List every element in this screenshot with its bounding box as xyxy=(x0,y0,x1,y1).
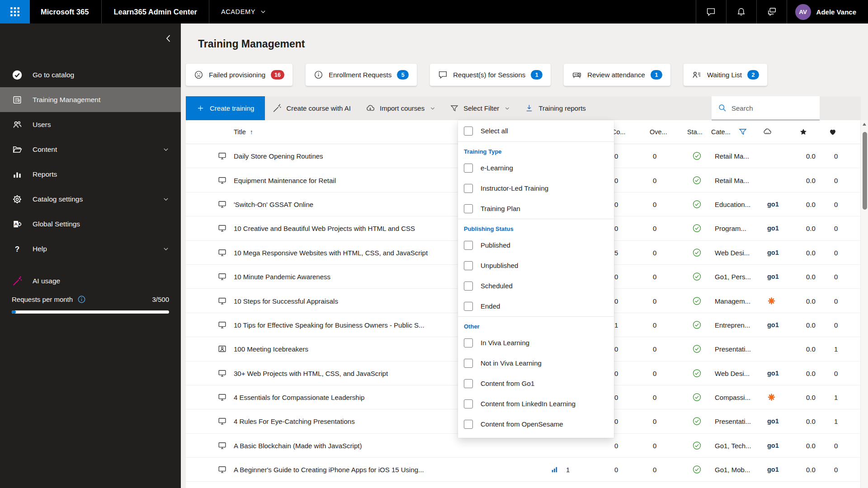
sidebar-item-global-settings[interactable]: A Global Settings xyxy=(0,211,181,236)
filter-option-not-in-viva-learning[interactable]: Not in Viva Learning xyxy=(458,353,614,373)
training-title[interactable]: 4 Essentials for Compassionate Leadershi… xyxy=(234,394,364,401)
filter-option-ended[interactable]: Ended xyxy=(458,296,614,316)
filter-option-published[interactable]: Published xyxy=(458,235,614,255)
training-title[interactable]: 30+ Web Projects with HTML, CSS, and Jav… xyxy=(234,369,388,377)
column-overdue[interactable]: Ove... xyxy=(650,128,667,136)
import-courses-button[interactable]: Import courses xyxy=(358,96,443,120)
filter-option-scheduled[interactable]: Scheduled xyxy=(458,276,614,296)
training-title[interactable]: 10 Steps for Successful Appraisals xyxy=(234,297,338,305)
checkbox[interactable] xyxy=(464,204,473,213)
likes-cell: 0 xyxy=(834,297,838,305)
sidebar-item-go-to-catalog[interactable]: Go to catalog xyxy=(0,62,181,87)
create-training-button[interactable]: Create training xyxy=(186,96,265,120)
sort-ascending-icon: ↑ xyxy=(250,128,253,136)
sidebar-item-content[interactable]: Content xyxy=(0,137,181,162)
checkbox[interactable] xyxy=(464,420,473,429)
svg-text:?: ? xyxy=(15,244,19,253)
sidebar-item-users[interactable]: Users xyxy=(0,112,181,137)
provider-logo: go1 xyxy=(767,225,779,232)
sidebar-item-help[interactable]: ? Help xyxy=(0,236,181,261)
training-reports-button[interactable]: Training reports xyxy=(517,96,593,120)
rating-cell: 0.0 xyxy=(806,297,816,305)
filter-dropdown-panel: Select all Training Type e-Learning Inst… xyxy=(458,120,614,438)
filter-option-select-all[interactable]: Select all xyxy=(458,120,614,141)
scrollbar-thumb[interactable] xyxy=(863,132,867,210)
training-title[interactable]: A Beginner's Guide to Creating iPhone Ap… xyxy=(234,466,424,474)
vertical-scrollbar[interactable] xyxy=(860,120,868,488)
column-status[interactable]: Sta... xyxy=(687,128,703,136)
provider-spark-icon xyxy=(767,296,776,305)
filter-option-content-from-go1[interactable]: Content from Go1 xyxy=(458,373,614,394)
training-title[interactable]: 10 Mega Responsive Websites with HTML, C… xyxy=(234,249,428,256)
app-launcher-button[interactable] xyxy=(0,0,30,23)
training-title[interactable]: 100 Meeting Icebreakers xyxy=(234,345,308,353)
notifications-button[interactable] xyxy=(726,0,756,23)
training-title[interactable]: Equipment Maintenance for Retail xyxy=(234,176,336,184)
filter-section: Publishing Status Published Unpublished … xyxy=(458,219,614,317)
training-title[interactable]: 10 Minute Pandemic Awareness xyxy=(234,273,330,281)
checkbox[interactable] xyxy=(464,261,473,270)
tenant-selector[interactable]: ACADEMY xyxy=(209,8,278,15)
filter-option-label: Training Plan xyxy=(481,205,520,212)
completed-cell: 0 xyxy=(614,297,618,305)
sidebar-item-training-management[interactable]: Training Management xyxy=(0,87,181,112)
training-title[interactable]: 10 Creative and Beautiful Web Projects w… xyxy=(234,225,415,232)
training-title[interactable]: 4 Rules For Eye-Catching Presentations xyxy=(234,418,355,425)
scroll-up-button[interactable] xyxy=(861,120,868,128)
checkbox[interactable] xyxy=(464,338,473,347)
filter-option-unpublished[interactable]: Unpublished xyxy=(458,255,614,276)
checkbox[interactable] xyxy=(464,127,473,136)
elearning-monitor-icon xyxy=(217,465,227,474)
overdue-cell: 0 xyxy=(653,200,656,208)
checkbox[interactable] xyxy=(464,379,473,388)
info-icon[interactable] xyxy=(77,295,86,304)
checkbox[interactable] xyxy=(464,399,473,408)
table-row[interactable]: A Beginner's Guide to Creating iPhone Ap… xyxy=(186,458,861,482)
training-title[interactable]: 'Switch-On' GSSAT Online xyxy=(234,200,313,208)
create-course-ai-button[interactable]: Create course with AI xyxy=(265,96,358,120)
microsoft-365-link[interactable]: Microsoft 365 xyxy=(30,8,101,16)
overdue-cell: 0 xyxy=(653,249,656,256)
feedback-button[interactable] xyxy=(757,0,787,23)
card-failed-provisioning[interactable]: Failed provisioning 16 xyxy=(186,64,292,86)
account-menu[interactable]: AV Adele Vance xyxy=(787,4,868,20)
filter-option-e-learning[interactable]: e-Learning xyxy=(458,158,614,178)
filter-funnel-icon xyxy=(450,104,459,113)
training-title[interactable]: A Basic Blockchain (Made with JavaScript… xyxy=(234,441,362,449)
checkbox[interactable] xyxy=(464,184,473,193)
checkbox[interactable] xyxy=(464,302,473,311)
sidebar-collapse-button[interactable] xyxy=(162,32,175,45)
filter-option-training-plan[interactable]: Training Plan xyxy=(458,198,614,219)
column-category[interactable]: Cate... xyxy=(711,128,731,136)
column-provider-cloud-icon[interactable] xyxy=(762,127,772,137)
chat-button[interactable] xyxy=(696,0,726,23)
column-rating-star-icon[interactable] xyxy=(799,128,807,136)
filter-option-content-from-linkedin-learning[interactable]: Content from LinkedIn Learning xyxy=(458,394,614,414)
checkbox[interactable] xyxy=(464,359,473,368)
card-review-attendance[interactable]: Review attendance 1 xyxy=(564,64,670,86)
overdue-cell: 0 xyxy=(653,418,656,425)
app-title[interactable]: Learn365 Admin Center xyxy=(102,8,209,16)
checkbox[interactable] xyxy=(464,282,473,291)
sidebar-item-catalog-settings[interactable]: Catalog settings xyxy=(0,187,181,211)
sidebar-item-reports[interactable]: Reports xyxy=(0,162,181,187)
card-waiting-list[interactable]: Waiting List 2 xyxy=(684,64,767,86)
filter-option-content-from-opensesame[interactable]: Content from OpenSesame xyxy=(458,414,614,434)
card-enrollment-requests[interactable]: Enrollment Requests 5 xyxy=(306,64,417,86)
elearning-monitor-icon xyxy=(217,151,227,161)
filter-option-in-viva-learning[interactable]: In Viva Learning xyxy=(458,333,614,353)
column-likes-heart-icon[interactable] xyxy=(829,128,837,136)
rating-cell: 0.0 xyxy=(806,321,816,328)
column-title[interactable]: Title ↑ xyxy=(234,128,253,136)
card-request-s-for-sessions[interactable]: Request(s) for Sessions 1 xyxy=(430,64,551,86)
sidebar-item-ai-usage[interactable]: AI usage xyxy=(0,268,181,293)
training-title[interactable]: Daily Store Opening Routines xyxy=(234,152,323,160)
select-filter-button[interactable]: Select Filter xyxy=(443,96,517,120)
filter-option-instructor-led-training[interactable]: Instructor-Led Training xyxy=(458,178,614,198)
avatar: AV xyxy=(795,4,811,20)
checkbox[interactable] xyxy=(464,164,473,173)
category-filter-icon[interactable] xyxy=(738,127,747,136)
checkbox[interactable] xyxy=(464,241,473,250)
search-input[interactable] xyxy=(731,104,813,112)
training-title[interactable]: 10 Tips for Effective Speaking for Busin… xyxy=(234,321,425,328)
